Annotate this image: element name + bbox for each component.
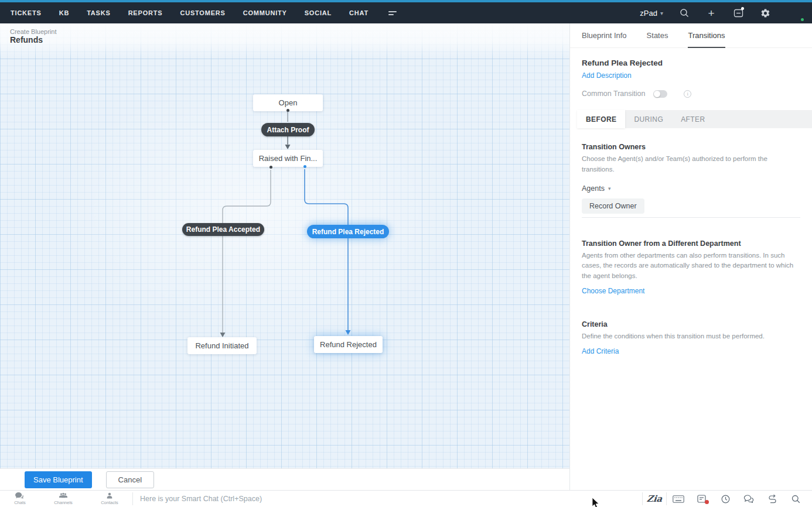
zia-logo: Zia: [646, 494, 663, 504]
notes-icon[interactable]: [690, 492, 714, 505]
top-navbar: TICKETS KB TASKS REPORTS CUSTOMERS COMMU…: [0, 2, 812, 23]
gear-icon[interactable]: [759, 7, 771, 19]
add-criteria-link[interactable]: Add Criteria: [582, 347, 619, 355]
transition-detail-panel: Blueprint Info States Transitions Refund…: [569, 23, 812, 490]
chevron-down-icon: ▾: [608, 186, 611, 191]
keyboard-shortcuts-icon[interactable]: [667, 492, 690, 505]
footer-action-bar: Save Blueprint Cancel: [0, 468, 569, 490]
criteria-desc: Define the conditions when this transiti…: [582, 331, 800, 342]
phase-tabs: BEFORE DURING AFTER: [577, 110, 812, 128]
owners-title: Transition Owners: [582, 143, 800, 151]
tab-states[interactable]: States: [647, 23, 668, 48]
contacts-button[interactable]: Contacts: [101, 492, 118, 505]
contacts-label: Contacts: [101, 500, 118, 505]
chats-label: Chats: [14, 500, 26, 505]
transition-label: Attach Proof: [267, 126, 309, 134]
info-icon[interactable]: i: [684, 90, 691, 98]
activity-feed-icon[interactable]: [732, 7, 744, 19]
portal-selector[interactable]: zPad ▾: [640, 9, 663, 18]
state-node-refund-initiated[interactable]: Refund Initiated: [187, 337, 257, 354]
state-node-refund-rejected[interactable]: Refund Rejected: [314, 336, 383, 353]
nav-actions: zPad ▾ +: [640, 4, 804, 22]
transition-title: Refund Plea Rejected: [582, 59, 800, 67]
nav-item-social[interactable]: SOCIAL: [305, 9, 332, 16]
record-owner-chip[interactable]: Record Owner: [582, 198, 644, 214]
agents-label: Agents: [582, 184, 605, 193]
search-icon[interactable]: [678, 7, 690, 19]
owners-desc: Choose the Agent(s) and/or Team(s) autho…: [582, 154, 800, 175]
transition-owners-section: Transition Owners Choose the Agent(s) an…: [582, 143, 800, 218]
chat-tools: Chats Channels Contacts: [0, 491, 132, 507]
nav-item-tasks[interactable]: TASKS: [87, 9, 110, 16]
cancel-button[interactable]: Cancel: [106, 471, 154, 488]
chat-bubble-icon: [15, 492, 24, 499]
chats-button[interactable]: Chats: [14, 492, 26, 505]
different-department-section: Transition Owner from a Different Depart…: [582, 239, 800, 296]
nav-item-customers[interactable]: CUSTOMERS: [180, 9, 225, 16]
criteria-section: Criteria Define the conditions when this…: [582, 320, 800, 356]
state-label: Raised with Fin...: [259, 154, 318, 163]
smart-chat-input[interactable]: Here is your Smart Chat (Ctrl+Space): [133, 495, 642, 503]
flow-connectors: [0, 23, 569, 468]
port-dot[interactable]: [286, 109, 289, 112]
notification-dot: [705, 500, 709, 504]
tab-after[interactable]: AFTER: [672, 110, 714, 128]
nav-item-reports[interactable]: REPORTS: [128, 9, 163, 16]
blueprint-canvas[interactable]: Create Blueprint Refunds Open Attach Pro…: [0, 23, 569, 468]
person-icon: [106, 492, 113, 499]
search-icon[interactable]: [784, 492, 807, 505]
channels-button[interactable]: Channels: [54, 492, 73, 505]
chevron-down-icon: ▾: [660, 10, 663, 16]
nav-item-tickets[interactable]: TICKETS: [11, 9, 42, 16]
port-dot-active[interactable]: [303, 165, 306, 168]
user-avatar[interactable]: [786, 4, 804, 22]
channels-label: Channels: [54, 500, 73, 505]
transition-node-refund-plea-accepted[interactable]: Refund Plea Accepted: [182, 223, 264, 236]
state-label: Refund Initiated: [195, 341, 248, 350]
agents-field-label[interactable]: Agents ▾: [582, 184, 800, 193]
chat-right-tools: Zia: [642, 492, 812, 505]
feedback-icon[interactable]: [760, 492, 784, 505]
conversations-icon[interactable]: [737, 492, 760, 505]
online-status-dot: [800, 17, 805, 22]
add-new-icon[interactable]: +: [705, 7, 717, 19]
history-clock-icon[interactable]: [714, 492, 737, 505]
state-label: Refund Rejected: [320, 340, 377, 349]
transition-label: Refund Plea Accepted: [186, 225, 260, 234]
state-label: Open: [279, 98, 298, 107]
notification-dot: [741, 7, 744, 10]
nav-more-icon[interactable]: [388, 11, 397, 15]
nav-item-community[interactable]: COMMUNITY: [243, 9, 287, 16]
add-description-link[interactable]: Add Description: [582, 71, 800, 80]
nav-item-chat[interactable]: CHAT: [349, 9, 369, 16]
workspace: Create Blueprint Refunds Open Attach Pro…: [0, 23, 812, 507]
common-transition-label: Common Transition: [582, 90, 645, 98]
tab-during[interactable]: DURING: [625, 110, 672, 128]
portal-name: zPad: [640, 9, 657, 18]
zia-button[interactable]: Zia: [643, 492, 666, 505]
panel-body: Refund Plea Rejected Add Description Com…: [570, 48, 812, 356]
transition-node-refund-plea-rejected[interactable]: Refund Plea Rejected: [307, 225, 389, 238]
save-blueprint-button[interactable]: Save Blueprint: [25, 471, 92, 488]
tab-blueprint-info[interactable]: Blueprint Info: [582, 23, 627, 48]
department-title: Transition Owner from a Different Depart…: [582, 239, 800, 248]
port-dot[interactable]: [269, 166, 272, 169]
transition-node-attach-proof[interactable]: Attach Proof: [261, 123, 315, 136]
criteria-title: Criteria: [582, 320, 800, 328]
common-transition-row: Common Transition i: [582, 90, 800, 98]
transition-label: Refund Plea Rejected: [312, 228, 384, 236]
common-transition-toggle[interactable]: [653, 90, 667, 98]
toggle-knob: [654, 91, 660, 97]
tab-transitions[interactable]: Transitions: [688, 23, 725, 48]
state-node-raised-with-finance[interactable]: Raised with Fin...: [253, 150, 323, 167]
people-group-icon: [59, 492, 68, 499]
panel-tabs: Blueprint Info States Transitions: [570, 23, 812, 48]
bottom-chat-bar: Chats Channels Contacts Here is your Sma…: [0, 490, 812, 507]
agents-field-underline: [582, 217, 800, 218]
department-desc: Agents from other departments can also p…: [582, 251, 800, 282]
nav-item-kb[interactable]: KB: [59, 9, 70, 16]
tab-before[interactable]: BEFORE: [577, 110, 625, 128]
choose-department-link[interactable]: Choose Department: [582, 287, 644, 295]
nav-menu: TICKETS KB TASKS REPORTS CUSTOMERS COMMU…: [11, 9, 397, 16]
